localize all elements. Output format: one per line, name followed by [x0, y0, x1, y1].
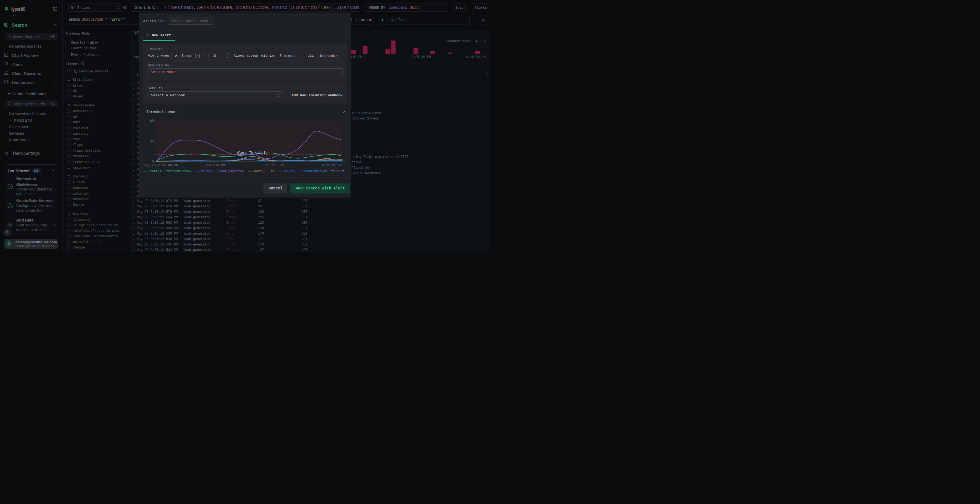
svg-text:Alert Threshold: Alert Threshold: [237, 151, 267, 155]
svg-text:0: 0: [152, 160, 154, 164]
svg-text:May 28 2:25:00 PM: May 28 2:25:00 PM: [143, 164, 178, 167]
svg-text:30: 30: [150, 139, 154, 143]
svg-text:2:45:00 PM: 2:45:00 PM: [204, 164, 225, 167]
svg-text:3:25:00 PM: 3:25:00 PM: [322, 164, 342, 167]
svg-text:60: 60: [150, 119, 154, 123]
svg-text:3:05:00 PM: 3:05:00 PM: [263, 164, 284, 167]
